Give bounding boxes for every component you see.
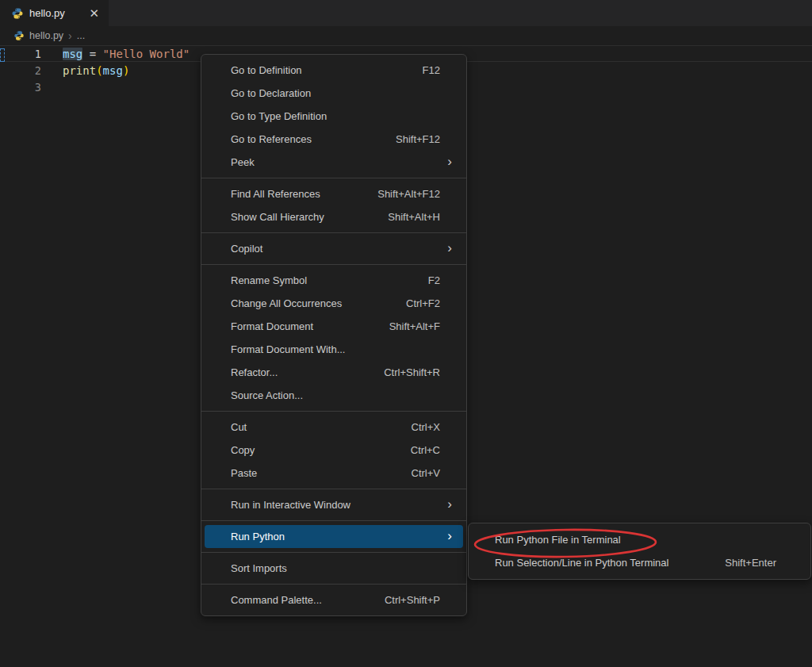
menu-item-peek[interactable]: Peek›	[201, 151, 466, 174]
menu-separator	[201, 411, 466, 412]
menu-item-shortcut: F2	[428, 274, 440, 286]
menu-item-label: Run Python	[231, 531, 447, 542]
menu-item-label: Source Action...	[231, 389, 452, 401]
menu-item-label: Run Python File in Terminal	[495, 534, 788, 546]
menu-item-format-document[interactable]: Format DocumentShift+Alt+F	[201, 315, 466, 338]
menu-item-refactor[interactable]: Refactor...Ctrl+Shift+R	[201, 361, 466, 384]
menu-item-label: Run in Interactive Window	[231, 499, 447, 511]
menu-item-label: Format Document With...	[231, 343, 452, 355]
menu-item-label: Go to Definition	[231, 64, 423, 76]
menu-item-label: Go to Type Definition	[231, 110, 452, 122]
menu-item-run-selection-line-in-python-terminal[interactable]: Run Selection/Line in Python TerminalShi…	[469, 551, 810, 574]
menu-item-go-to-definition[interactable]: Go to DefinitionF12	[201, 59, 466, 82]
context-menu: Go to DefinitionF12Go to DeclarationGo t…	[201, 54, 467, 616]
menu-item-shortcut: Shift+Alt+F12	[377, 188, 440, 200]
menu-item-copy[interactable]: CopyCtrl+C	[201, 439, 466, 462]
line-number: 1	[0, 48, 41, 60]
menu-item-format-document-with[interactable]: Format Document With...	[201, 338, 466, 361]
code-token: "Hello World"	[103, 48, 190, 60]
menu-item-cut[interactable]: CutCtrl+X	[201, 416, 466, 439]
tab-hello-py[interactable]: hello.py ✕	[0, 0, 109, 26]
menu-item-go-to-references[interactable]: Go to ReferencesShift+F12	[201, 128, 466, 151]
menu-item-shortcut: Ctrl+Shift+P	[385, 594, 440, 606]
menu-item-label: Cut	[231, 421, 412, 433]
run-python-submenu: Run Python File in TerminalRun Selection…	[468, 523, 811, 580]
menu-item-sort-imports[interactable]: Sort Imports	[201, 557, 466, 580]
menu-item-label: Paste	[231, 467, 412, 479]
tab-close-icon[interactable]: ✕	[87, 7, 101, 19]
code-token: )	[123, 64, 129, 77]
menu-item-paste[interactable]: PasteCtrl+V	[201, 462, 466, 485]
code-token: (	[96, 64, 102, 77]
menu-item-shortcut: Shift+Enter	[725, 557, 776, 569]
menu-item-shortcut: Ctrl+Shift+R	[384, 366, 440, 378]
menu-item-command-palette[interactable]: Command Palette...Ctrl+Shift+P	[201, 588, 466, 611]
breadcrumb-file[interactable]: hello.py	[29, 30, 63, 41]
submenu-chevron-icon: ›	[447, 529, 452, 542]
tab-bar: hello.py ✕	[0, 0, 812, 26]
menu-item-shortcut: Ctrl+C	[411, 444, 440, 456]
menu-item-shortcut: F12	[423, 64, 440, 76]
menu-item-find-all-references[interactable]: Find All ReferencesShift+Alt+F12	[201, 182, 466, 205]
code-token: print	[63, 64, 96, 77]
vscode-window: { "colors": { "editor_bg": "#1e1e1e", "t…	[0, 0, 812, 667]
breadcrumb-ellipsis[interactable]: ...	[77, 30, 85, 41]
menu-item-source-action[interactable]: Source Action...	[201, 384, 466, 407]
code-token: msg	[63, 48, 82, 60]
menu-item-label: Change All Occurrences	[231, 297, 406, 309]
code-token: msg	[103, 64, 123, 77]
menu-item-label: Find All References	[231, 188, 377, 200]
python-icon	[11, 7, 24, 20]
menu-separator	[201, 520, 466, 521]
menu-item-show-call-hierarchy[interactable]: Show Call HierarchyShift+Alt+H	[201, 205, 466, 228]
menu-separator	[201, 489, 466, 489]
code-token: =	[82, 48, 102, 60]
menu-separator	[201, 584, 466, 585]
menu-item-shortcut: Shift+Alt+H	[388, 211, 440, 223]
tab-title: hello.py	[29, 7, 82, 19]
menu-separator	[201, 264, 466, 265]
line-number: 2	[0, 64, 41, 77]
menu-item-label: Copy	[231, 444, 411, 456]
submenu-chevron-icon: ›	[447, 155, 452, 168]
breadcrumb[interactable]: hello.py › ...	[0, 26, 812, 45]
menu-item-shortcut: Shift+F12	[396, 133, 440, 145]
chevron-right-icon: ›	[68, 29, 72, 42]
code-text: print(msg)	[63, 64, 129, 77]
menu-item-label: Run Selection/Line in Python Terminal	[495, 557, 725, 569]
menu-item-shortcut: Shift+Alt+F	[389, 320, 440, 332]
menu-item-go-to-declaration[interactable]: Go to Declaration	[201, 82, 466, 105]
menu-item-run-python[interactable]: Run Python›	[205, 525, 463, 548]
menu-item-run-python-file-in-terminal[interactable]: Run Python File in Terminal	[469, 528, 810, 551]
code-text: msg = "Hello World"	[63, 48, 190, 60]
menu-item-change-all-occurrences[interactable]: Change All OccurrencesCtrl+F2	[201, 292, 466, 315]
menu-item-run-in-interactive-window[interactable]: Run in Interactive Window›	[201, 493, 466, 516]
menu-item-label: Go to Declaration	[231, 87, 452, 99]
menu-separator	[201, 232, 466, 233]
menu-item-rename-symbol[interactable]: Rename SymbolF2	[201, 269, 466, 292]
editor-focus-marker	[0, 48, 5, 62]
menu-item-shortcut: Ctrl+F2	[406, 297, 440, 309]
menu-item-label: Show Call Hierarchy	[231, 211, 388, 223]
menu-item-shortcut: Ctrl+X	[412, 421, 440, 433]
menu-item-copilot[interactable]: Copilot›	[201, 237, 466, 260]
menu-item-label: Sort Imports	[231, 562, 452, 574]
menu-item-label: Peek	[231, 156, 447, 168]
menu-item-label: Refactor...	[231, 366, 384, 378]
menu-item-label: Format Document	[231, 320, 389, 332]
menu-item-label: Rename Symbol	[231, 274, 428, 286]
menu-item-label: Copilot	[231, 243, 447, 255]
menu-separator	[201, 178, 466, 178]
submenu-chevron-icon: ›	[447, 241, 452, 255]
menu-separator	[201, 552, 466, 553]
submenu-chevron-icon: ›	[447, 497, 452, 511]
menu-item-shortcut: Ctrl+V	[412, 467, 440, 479]
menu-item-go-to-type-definition[interactable]: Go to Type Definition	[201, 105, 466, 128]
menu-item-label: Go to References	[231, 133, 396, 145]
menu-item-label: Command Palette...	[231, 594, 385, 606]
line-number: 3	[0, 81, 41, 94]
python-icon	[13, 30, 25, 41]
